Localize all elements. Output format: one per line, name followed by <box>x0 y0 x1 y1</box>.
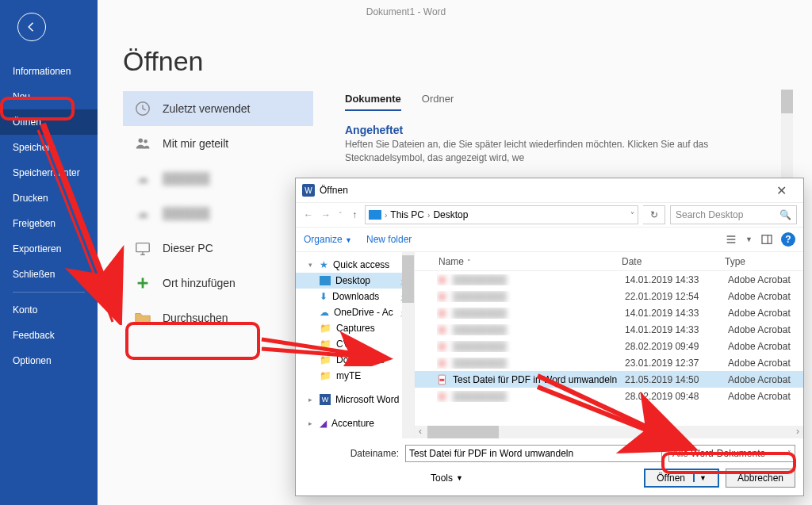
pdf-icon <box>437 358 448 369</box>
dialog-close-button[interactable]: ✕ <box>765 183 797 198</box>
source-thispc[interactable]: Dieser PC <box>123 231 313 266</box>
tree-myte[interactable]: 📁myTE <box>296 368 414 384</box>
sidebar-item-options[interactable]: Optionen <box>0 348 98 373</box>
sidebar-item-account[interactable]: Konto <box>0 297 98 323</box>
file-open-dialog: W Öffnen ✕ ← → ˅ ↑ › This PC › Desktop ˅… <box>295 178 804 496</box>
label: Zuletzt verwendet <box>163 102 251 115</box>
pdf-icon <box>437 291 448 302</box>
search-box[interactable]: Search Desktop 🔍 <box>670 205 797 224</box>
nav-back-button[interactable]: ← <box>302 209 315 220</box>
pdf-icon <box>437 391 448 402</box>
tree-onedrive[interactable]: ☁OneDrive - Ac📌 <box>296 304 414 320</box>
app-title-bar: Dokument1 - Word <box>0 0 812 24</box>
open-split-dropdown[interactable]: ▼ <box>693 474 707 482</box>
tree-scrollbar[interactable] <box>402 252 414 438</box>
new-folder-button[interactable]: New folder <box>366 234 412 245</box>
nav-fwd-button[interactable]: → <box>320 209 332 220</box>
pdf-icon <box>437 341 448 352</box>
pdf-icon <box>437 308 448 319</box>
crumb-thispc[interactable]: This PC <box>390 209 424 220</box>
file-row[interactable]: Test Datei für PDF in Word umwandeln21.0… <box>415 371 803 388</box>
folder-tree: ▾★Quick access Desktop📌 ⬇Downloads📌 ☁One… <box>296 252 415 438</box>
source-redacted-1[interactable]: ☁██████ <box>123 161 313 196</box>
pdf-icon <box>437 274 448 285</box>
sidebar-item-open[interactable]: Öffnen <box>0 109 98 135</box>
file-list-pane: Name˄ Date Type ████████14.01.2019 14:33… <box>415 252 803 438</box>
dialog-titlebar: W Öffnen ✕ <box>296 178 803 202</box>
sidebar-item-feedback[interactable]: Feedback <box>0 323 98 348</box>
sidebar-item-close[interactable]: Schließen <box>0 262 98 287</box>
preview-pane-button[interactable] <box>760 233 773 246</box>
open-sources: Zuletzt verwendet Mit mir geteilt ☁█████… <box>123 91 313 335</box>
pdf-icon <box>437 374 448 385</box>
pc-icon <box>134 239 151 257</box>
cloud-icon: ☁ <box>134 170 151 187</box>
dialog-nav: ← → ˅ ↑ › This PC › Desktop ˅ ↻ Search D… <box>296 202 803 228</box>
tree-cvs[interactable]: 📁CVs <box>296 336 414 352</box>
sidebar-separator <box>13 292 85 293</box>
organize-menu[interactable]: Organize ▼ <box>304 234 352 245</box>
pinned-header: Angeheftet <box>345 124 780 136</box>
column-headers[interactable]: Name˄ Date Type <box>415 252 803 271</box>
chevron-right-icon: › <box>385 211 387 220</box>
file-row[interactable]: ████████28.02.2019 09:49Adobe Acrobat <box>415 338 803 354</box>
tree-msword[interactable]: ▸WMicrosoft Word <box>296 392 414 407</box>
label: Dieser PC <box>163 242 213 254</box>
refresh-button[interactable]: ↻ <box>643 205 665 224</box>
tree-captures[interactable]: 📁Captures <box>296 320 414 336</box>
source-redacted-2[interactable]: ☁██████ <box>123 196 313 231</box>
file-row[interactable]: ████████22.01.2019 12:54Adobe Acrobat <box>415 288 803 304</box>
tree-quickaccess[interactable]: ▾★Quick access <box>296 257 414 273</box>
search-placeholder: Search Desktop <box>676 209 743 220</box>
source-shared[interactable]: Mit mir geteilt <box>123 126 313 161</box>
sidebar-item-info[interactable]: Informationen <box>0 59 98 84</box>
tools-menu[interactable]: Tools▼ <box>431 472 463 484</box>
file-row[interactable]: ████████14.01.2019 14:33Adobe Acrobat <box>415 271 803 288</box>
svg-point-2 <box>144 140 147 143</box>
tree-desktop[interactable]: Desktop📌 <box>296 273 414 289</box>
nav-history-button[interactable]: ˅ <box>337 211 344 219</box>
sidebar-item-saveas[interactable]: Speichern unter <box>0 160 98 186</box>
open-button[interactable]: Öffnen▼ <box>644 469 719 488</box>
file-row[interactable]: ████████23.01.2019 12:37Adobe Acrobat <box>415 354 803 371</box>
sidebar-item-export[interactable]: Exportieren <box>0 236 98 262</box>
sidebar-item-save[interactable]: Speichern <box>0 135 98 160</box>
svg-rect-16 <box>440 362 445 364</box>
filename-input[interactable]: Test Datei für PDF in Word umwandeln˅ <box>405 445 662 462</box>
word-icon: W <box>302 184 315 197</box>
tree-accenture[interactable]: ▸◢Accenture <box>296 415 414 431</box>
tab-folders[interactable]: Ordner <box>422 93 454 111</box>
people-icon <box>134 135 151 152</box>
tab-documents[interactable]: Dokumente <box>345 93 401 111</box>
source-browse[interactable]: Durchsuchen <box>123 300 313 335</box>
label: Mit mir geteilt <box>163 137 228 150</box>
page-title: Öffnen <box>123 46 780 77</box>
tree-downloads[interactable]: ⬇Downloads📌 <box>296 289 414 304</box>
sidebar-item-share[interactable]: Freigeben <box>0 211 98 236</box>
sidebar-item-print[interactable]: Drucken <box>0 186 98 211</box>
back-button[interactable] <box>17 13 46 41</box>
svg-rect-20 <box>440 395 445 397</box>
nav-up-button[interactable]: ↑ <box>349 209 360 220</box>
cancel-button[interactable]: Abbrechen <box>726 469 795 488</box>
chevron-down-icon[interactable]: ˅ <box>630 211 634 220</box>
view-dropdown[interactable]: ▼ <box>745 235 753 243</box>
sidebar-item-new[interactable]: Neu <box>0 84 98 109</box>
crumb-desktop[interactable]: Desktop <box>433 209 468 220</box>
filename-label: Dateiname: <box>304 448 399 459</box>
filetype-filter[interactable]: Alle Word-Dokumente˅ <box>668 445 795 462</box>
view-mode-button[interactable] <box>725 233 737 246</box>
file-row[interactable]: ████████14.01.2019 14:33Adobe Acrobat <box>415 321 803 338</box>
file-row[interactable]: ████████14.01.2019 14:33Adobe Acrobat <box>415 304 803 321</box>
breadcrumb[interactable]: › This PC › Desktop ˅ <box>365 205 638 224</box>
tree-dok[interactable]: 📁Dokumente <box>296 352 414 368</box>
file-hscrollbar[interactable]: ‹› <box>415 426 803 438</box>
source-addplace[interactable]: Ort hinzufügen <box>123 266 313 300</box>
label: Durchsuchen <box>163 312 228 324</box>
help-button[interactable]: ? <box>781 232 795 247</box>
svg-rect-18 <box>440 378 445 381</box>
tree-onedrive2[interactable]: ▸☁OneDrive - Accent <box>296 438 414 438</box>
source-recent[interactable]: Zuletzt verwendet <box>123 91 313 126</box>
file-row[interactable]: ████████28.02.2019 09:48Adobe Acrobat <box>415 388 803 404</box>
plus-icon <box>134 274 151 292</box>
